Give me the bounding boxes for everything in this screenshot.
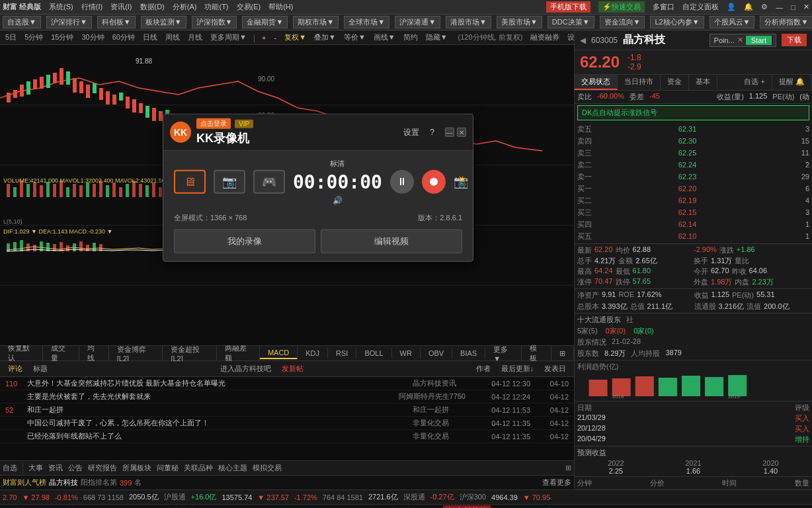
hide-btn[interactable]: 隐藏▼ bbox=[423, 32, 450, 42]
buy-4-price[interactable]: 62.14 bbox=[678, 218, 697, 230]
sell-3-price[interactable]: 62.25 bbox=[678, 147, 697, 159]
menu-function[interactable]: 功能(T) bbox=[204, 2, 228, 12]
events-tab[interactable]: 大事 bbox=[22, 463, 43, 473]
period-30m[interactable]: 30分钟 bbox=[79, 32, 107, 42]
tab-macd[interactable]: MACD bbox=[260, 347, 298, 359]
settings-icon[interactable]: ⚙ bbox=[761, 3, 768, 11]
futures-btn[interactable]: 金融期货▼ bbox=[242, 16, 288, 28]
kk-help-btn[interactable]: ? bbox=[430, 128, 434, 137]
period-5d[interactable]: 5日 bbox=[3, 32, 19, 42]
sell-5-price[interactable]: 62.31 bbox=[678, 123, 697, 135]
sell-4-price[interactable]: 62.30 bbox=[678, 135, 697, 147]
kk-pause-btn[interactable]: ⏸ bbox=[390, 170, 414, 194]
hk-connect-btn[interactable]: 沪深港通▼ bbox=[395, 16, 440, 28]
menu-help[interactable]: 帮助(H) bbox=[268, 2, 293, 12]
period-15m[interactable]: 15分钟 bbox=[48, 32, 76, 42]
kk-volume-btn[interactable]: 🔊 bbox=[333, 196, 343, 205]
tab-trading-status[interactable]: 交易状态 bbox=[575, 75, 618, 90]
menu-system[interactable]: 系统(S) bbox=[49, 2, 73, 12]
draw-btn[interactable]: 画线▼ bbox=[371, 32, 398, 42]
kk-record-btn[interactable] bbox=[422, 170, 446, 194]
poin-close-btn[interactable]: ✕ bbox=[737, 36, 743, 44]
news-title-5[interactable]: 已经沦落到年线都站不上了么 bbox=[27, 431, 407, 441]
tab-bias[interactable]: BIAS bbox=[452, 348, 485, 359]
mobile-download-btn[interactable]: 手机版下载 bbox=[546, 1, 590, 13]
period-60m[interactable]: 60分钟 bbox=[110, 32, 138, 42]
kk-close-btn[interactable]: ✕ bbox=[457, 128, 466, 137]
question-tab[interactable]: 问董秘 bbox=[157, 463, 179, 473]
minimize-icon[interactable]: — bbox=[776, 3, 783, 11]
index-btn[interactable]: 沪深指数▼ bbox=[192, 16, 237, 28]
rank-btn[interactable]: 沪深排行▼ bbox=[46, 16, 92, 28]
period-monthly[interactable]: 月线 bbox=[185, 32, 205, 42]
news-title-1[interactable]: 大意外！大基金突然减持芯片绩优股 最新大基金持仓名单曝光 bbox=[27, 378, 407, 388]
multi-window-btn[interactable]: 多窗口 bbox=[653, 2, 674, 12]
news-title-2[interactable]: 主要是光伏被套了，先去光伏解套就来 bbox=[27, 392, 393, 402]
related-tab[interactable]: 关联品种 bbox=[184, 463, 213, 473]
tab-wr[interactable]: WR bbox=[392, 348, 421, 359]
tab-fund-super-l2[interactable]: 资金超投[L2] bbox=[163, 343, 217, 364]
tab-rsi[interactable]: RSI bbox=[328, 348, 356, 359]
tab-basic[interactable]: 基本 bbox=[689, 75, 717, 90]
zoom-out-btn[interactable]: - bbox=[271, 34, 279, 42]
sell-1-price[interactable]: 62.23 bbox=[678, 171, 697, 183]
news-tab-discuss[interactable]: 评论 bbox=[5, 362, 25, 375]
news2-tab[interactable]: 所属板块 bbox=[122, 463, 151, 473]
close-icon[interactable]: ✕ bbox=[803, 3, 809, 11]
sim-trade-tab[interactable]: 模拟交易 bbox=[253, 463, 282, 473]
kk-game-icon[interactable]: 🎮 bbox=[253, 170, 285, 194]
news-title-3[interactable]: 和庄一起拼 bbox=[27, 405, 407, 415]
ticker-highlight[interactable]: ◆ 中材节能 bbox=[443, 505, 490, 508]
reinstate-btn[interactable]: 复权▼ bbox=[282, 32, 309, 42]
news-tab-title[interactable]: 标题 bbox=[30, 362, 50, 375]
period-more[interactable]: 更多周期▼ bbox=[208, 32, 249, 42]
custom-panel-btn[interactable]: 自定义面板 bbox=[682, 2, 719, 12]
buy-5-price[interactable]: 62.10 bbox=[678, 230, 697, 242]
overlay-btn[interactable]: 叠加▼ bbox=[311, 32, 339, 42]
rank-stock[interactable]: 晶方科技 bbox=[49, 478, 78, 487]
set-line-btn[interactable]: 设置坐标 bbox=[565, 32, 574, 42]
tab-kdj[interactable]: KDJ bbox=[298, 348, 328, 359]
user-icon[interactable]: 👤 bbox=[727, 3, 736, 11]
kk-minimize-btn[interactable]: — bbox=[445, 128, 454, 137]
period-weekly[interactable]: 周线 bbox=[163, 32, 183, 42]
news-title-4[interactable]: 中国公司减持干废了，心累，怎么吊死在你这个上面了！ bbox=[27, 418, 407, 428]
buy-3-price[interactable]: 62.15 bbox=[678, 206, 697, 218]
fund-flow-btn[interactable]: 资金流向▼ bbox=[600, 16, 645, 28]
global-btn[interactable]: 全球市场▼ bbox=[344, 16, 389, 28]
menu-info[interactable]: 资讯(I) bbox=[110, 2, 132, 12]
notice-tab[interactable]: 公告 bbox=[68, 463, 83, 473]
kk-settings-btn[interactable]: 设置 bbox=[403, 126, 419, 138]
buy-2-price[interactable]: 62.19 bbox=[678, 194, 697, 206]
alert-btn[interactable]: 提醒 🔔 bbox=[772, 75, 812, 90]
kk-edit-video-btn[interactable]: 编辑视频 bbox=[321, 230, 462, 253]
core-tab[interactable]: 核心主题 bbox=[218, 463, 247, 473]
expand-chart-btn[interactable]: ⊞ bbox=[551, 348, 574, 359]
kk-screen-record-icon[interactable]: 🖥 bbox=[174, 170, 206, 194]
zoom-in-btn[interactable]: + bbox=[259, 34, 268, 42]
period-5m[interactable]: 5分钟 bbox=[22, 32, 46, 42]
stock-cloud-btn[interactable]: 个股风云▼ bbox=[710, 16, 755, 28]
watchlist-tab[interactable]: 自选 bbox=[3, 463, 17, 473]
ddc-btn[interactable]: DDC决策▼ bbox=[548, 16, 594, 28]
menu-trade[interactable]: 交易(E) bbox=[237, 2, 261, 12]
menu-quote[interactable]: 行情(I) bbox=[81, 2, 102, 12]
download-stock-btn[interactable]: 下载 bbox=[782, 34, 807, 46]
hk-market-btn[interactable]: 港股市场▼ bbox=[446, 16, 491, 28]
kk-screenshot-btn[interactable]: 📸 bbox=[454, 175, 468, 189]
tab-obv[interactable]: OBV bbox=[421, 348, 452, 359]
l2-core-btn[interactable]: L2核心内参▼ bbox=[650, 16, 704, 28]
quick-trade-btn[interactable]: ⚡快速交易 bbox=[598, 1, 645, 13]
tab-day-holdings[interactable]: 当日持市 bbox=[618, 75, 661, 90]
check-more-btn[interactable]: 查看更多 bbox=[542, 478, 571, 487]
simple-btn[interactable]: 简约 bbox=[401, 32, 421, 42]
menu-data[interactable]: 数据(D) bbox=[140, 2, 165, 12]
buy-1-price[interactable]: 62.20 bbox=[678, 183, 697, 194]
us-market-btn[interactable]: 美股市场▼ bbox=[497, 16, 542, 28]
menu-analysis[interactable]: 分析(A) bbox=[173, 2, 197, 12]
analyst-btn[interactable]: 分析师指数▼ bbox=[760, 16, 812, 28]
report-tab[interactable]: 研究报告 bbox=[88, 463, 117, 473]
equal-btn[interactable]: 等价▼ bbox=[341, 32, 368, 42]
watchlist-btn[interactable]: 自选股▼ bbox=[3, 16, 41, 28]
poin-start-btn[interactable]: Start bbox=[746, 36, 772, 45]
